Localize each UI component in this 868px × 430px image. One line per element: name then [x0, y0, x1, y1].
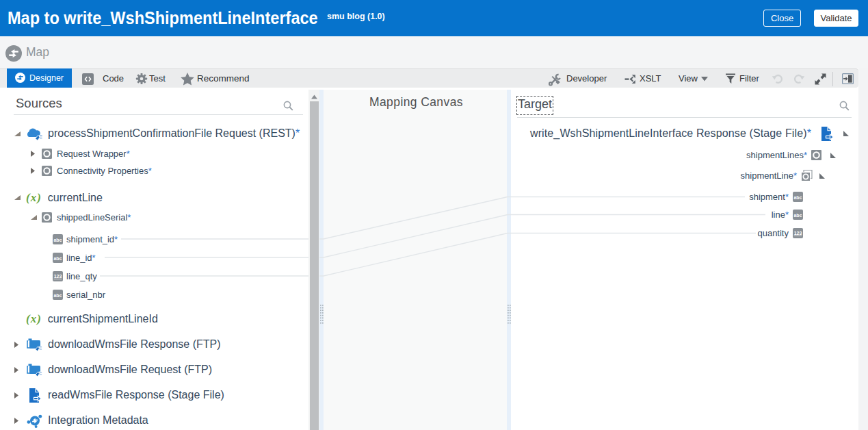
svg-text:123: 123 — [54, 274, 62, 279]
svg-text:abc: abc — [793, 195, 802, 200]
svg-text:abc: abc — [793, 213, 802, 218]
svg-text:abc: abc — [53, 292, 62, 297]
svg-text:abc: abc — [53, 255, 62, 260]
svg-text:123: 123 — [794, 231, 802, 236]
svg-text:abc: abc — [53, 237, 62, 242]
